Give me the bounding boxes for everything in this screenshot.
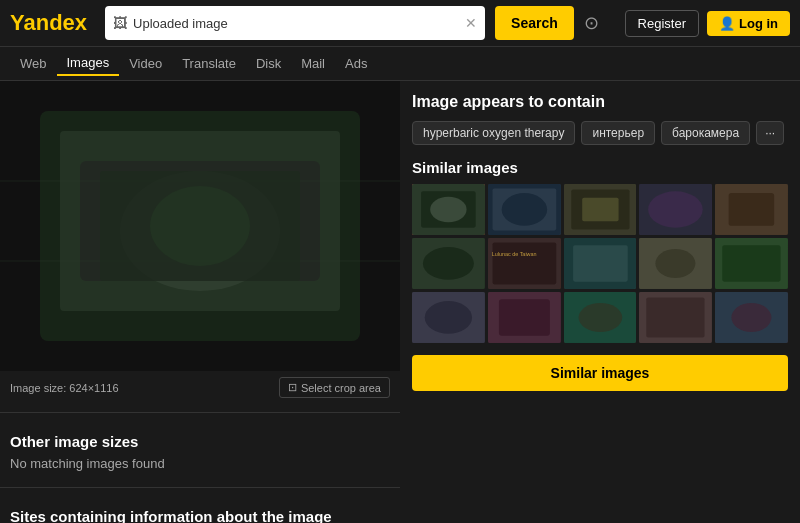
similar-image-1[interactable] — [412, 184, 485, 235]
similar-img-thumb-5 — [715, 184, 788, 235]
similar-image-11[interactable] — [412, 292, 485, 343]
similar-image-3[interactable] — [564, 184, 637, 235]
similar-image-6[interactable] — [412, 238, 485, 289]
right-panel: Image appears to contain hyperbaric oxyg… — [400, 81, 800, 523]
svg-point-18 — [501, 193, 546, 226]
svg-text:Lulunac de Taiwan: Lulunac de Taiwan — [491, 251, 536, 257]
svg-rect-25 — [729, 193, 775, 226]
similar-img-thumb-14 — [639, 292, 712, 343]
tag-chamber[interactable]: барокамера — [661, 121, 750, 145]
similar-img-thumb-3 — [564, 184, 637, 235]
svg-point-38 — [425, 301, 472, 334]
tab-disk[interactable]: Disk — [246, 52, 291, 75]
similar-image-8[interactable] — [564, 238, 637, 289]
search-button[interactable]: Search — [495, 6, 574, 40]
tab-mail[interactable]: Mail — [291, 52, 335, 75]
main-content: Image size: 624×1116 ⊡ Select crop area … — [0, 81, 800, 523]
svg-point-42 — [578, 303, 622, 332]
uploaded-image — [0, 81, 400, 371]
tag-interior[interactable]: интерьер — [581, 121, 655, 145]
svg-point-46 — [732, 303, 772, 332]
crop-icon: ⊡ — [288, 381, 297, 394]
svg-point-8 — [150, 186, 250, 266]
similar-image-14[interactable] — [639, 292, 712, 343]
similar-image-7[interactable]: Lulunac de Taiwan — [488, 238, 561, 289]
nav-tabs: Web Images Video Translate Disk Mail Ads — [0, 47, 800, 81]
image-info-bar: Image size: 624×1116 ⊡ Select crop area — [0, 371, 400, 404]
yandex-logo: Yandex — [10, 10, 87, 36]
header: Yandex 🖼 Uploaded image ✕ Search ⊙ Regis… — [0, 0, 800, 47]
contains-title: Image appears to contain — [412, 93, 788, 111]
svg-rect-32 — [573, 245, 628, 281]
svg-rect-21 — [582, 198, 618, 222]
tag-hyperbaric[interactable]: hyperbaric oxygen therapy — [412, 121, 575, 145]
similar-img-thumb-15 — [715, 292, 788, 343]
login-button[interactable]: 👤 Log in — [707, 11, 790, 36]
similar-img-thumb-2 — [488, 184, 561, 235]
similar-title: Similar images — [412, 159, 788, 176]
similar-image-10[interactable] — [715, 238, 788, 289]
image-svg — [0, 81, 400, 371]
tab-ads[interactable]: Ads — [335, 52, 377, 75]
sites-title: Sites containing information about the i… — [0, 496, 400, 523]
similar-image-5[interactable] — [715, 184, 788, 235]
tab-translate[interactable]: Translate — [172, 52, 246, 75]
similar-img-thumb-1 — [412, 184, 485, 235]
similar-image-9[interactable] — [639, 238, 712, 289]
tab-video[interactable]: Video — [119, 52, 172, 75]
clear-search-icon[interactable]: ✕ — [465, 15, 477, 31]
tag-more-button[interactable]: ··· — [756, 121, 784, 145]
tab-images[interactable]: Images — [57, 51, 120, 76]
svg-rect-29 — [492, 243, 556, 285]
similar-image-2[interactable] — [488, 184, 561, 235]
similar-image-13[interactable] — [564, 292, 637, 343]
similar-img-thumb-8 — [564, 238, 637, 289]
user-icon: 👤 — [719, 16, 735, 31]
svg-point-15 — [430, 197, 466, 222]
register-button[interactable]: Register — [625, 10, 699, 37]
search-input-value: Uploaded image — [133, 16, 459, 31]
svg-rect-40 — [499, 299, 550, 335]
other-sizes-title: Other image sizes — [0, 421, 400, 456]
similar-image-15[interactable] — [715, 292, 788, 343]
similar-image-4[interactable] — [639, 184, 712, 235]
other-sizes-subtitle: No matching images found — [0, 456, 400, 479]
similar-images-button[interactable]: Similar images — [412, 355, 788, 391]
image-display — [0, 81, 400, 371]
divider-2 — [0, 487, 400, 488]
auth-buttons: Register 👤 Log in — [625, 10, 790, 37]
similar-img-thumb-9 — [639, 238, 712, 289]
tags-row: hyperbaric oxygen therapy интерьер барок… — [412, 121, 788, 145]
similar-image-12[interactable] — [488, 292, 561, 343]
similar-img-thumb-4 — [639, 184, 712, 235]
left-panel: Image size: 624×1116 ⊡ Select crop area … — [0, 81, 400, 523]
image-size-label: Image size: 624×1116 — [10, 382, 119, 394]
svg-point-23 — [648, 191, 703, 227]
tab-web[interactable]: Web — [10, 52, 57, 75]
similar-img-thumb-10 — [715, 238, 788, 289]
similar-img-thumb-6 — [412, 238, 485, 289]
svg-point-34 — [656, 249, 696, 278]
svg-rect-36 — [722, 245, 780, 281]
svg-point-27 — [423, 247, 474, 280]
similar-img-thumb-7: Lulunac de Taiwan — [488, 238, 561, 289]
similar-img-thumb-13 — [564, 292, 637, 343]
select-crop-button[interactable]: ⊡ Select crop area — [279, 377, 390, 398]
image-icon: 🖼 — [113, 15, 127, 31]
similar-img-thumb-12 — [488, 292, 561, 343]
search-bar: 🖼 Uploaded image ✕ — [105, 6, 485, 40]
similar-images-grid: Lulunac de Taiwan — [412, 184, 788, 343]
similar-img-thumb-11 — [412, 292, 485, 343]
divider-1 — [0, 412, 400, 413]
lens-icon[interactable]: ⊙ — [584, 12, 599, 34]
svg-rect-44 — [647, 297, 705, 337]
